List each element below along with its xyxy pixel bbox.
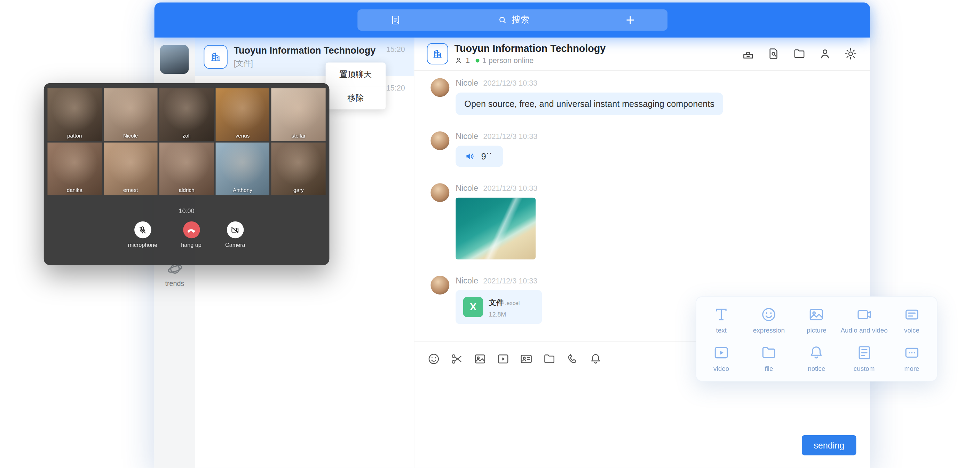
file-icon bbox=[760, 344, 778, 361]
hang-up-button[interactable]: hang up bbox=[181, 222, 201, 248]
call-icon[interactable] bbox=[566, 352, 579, 366]
settings-icon[interactable] bbox=[843, 47, 858, 61]
search-bar[interactable]: 搜索 + bbox=[357, 10, 667, 30]
sender-name: Nicole bbox=[455, 131, 478, 141]
control-label: Camera bbox=[225, 242, 245, 248]
search-history-icon[interactable] bbox=[767, 47, 781, 61]
member-count: 1 bbox=[466, 56, 470, 65]
feature-label: more bbox=[904, 364, 920, 372]
message-time: 2021/12/3 10:33 bbox=[483, 79, 537, 88]
notification-icon[interactable] bbox=[589, 352, 603, 366]
more-icon bbox=[903, 344, 921, 361]
contact-card-icon[interactable] bbox=[519, 352, 533, 366]
control-label: microphone bbox=[128, 242, 157, 248]
avatar[interactable] bbox=[431, 183, 449, 202]
search-icon bbox=[498, 15, 508, 25]
avatar[interactable] bbox=[431, 276, 449, 295]
sender-name: Nicole bbox=[455, 78, 478, 88]
search-field[interactable]: 搜索 bbox=[498, 14, 530, 26]
feature-voice[interactable]: voice bbox=[888, 301, 936, 339]
participant-name: patton bbox=[47, 133, 102, 139]
feature-panel: text expression picture Audio and video … bbox=[696, 296, 937, 381]
message-text: Nicole2021/12/3 10:33 Open source, free,… bbox=[431, 78, 870, 115]
menu-item-pin-chat[interactable]: 置顶聊天 bbox=[326, 63, 386, 86]
participant-name: ernest bbox=[103, 187, 158, 193]
search-label: 搜索 bbox=[512, 14, 529, 26]
members-icon bbox=[455, 56, 463, 64]
send-button[interactable]: sending bbox=[802, 435, 856, 455]
feature-label: text bbox=[716, 326, 726, 334]
feature-audio-video[interactable]: Audio and video bbox=[840, 301, 888, 339]
avatar[interactable] bbox=[431, 78, 449, 97]
feature-label: notice bbox=[808, 364, 825, 372]
desktop: 搜索 + trends Tuoyun Information Techno bbox=[0, 0, 980, 468]
feature-label: expression bbox=[753, 326, 785, 334]
feature-video[interactable]: video bbox=[697, 339, 745, 377]
announcement-icon[interactable] bbox=[741, 47, 755, 61]
message-input[interactable]: sending bbox=[414, 376, 870, 468]
call-controls: microphone hang up Camera bbox=[44, 222, 329, 248]
emoji-icon[interactable] bbox=[427, 352, 441, 366]
feature-text[interactable]: text bbox=[697, 301, 745, 339]
participant-tile: gary bbox=[272, 142, 326, 195]
participant-name: venus bbox=[215, 133, 270, 139]
camera-button[interactable]: Camera bbox=[225, 222, 245, 248]
camera-off-icon bbox=[230, 225, 240, 235]
feature-expression[interactable]: expression bbox=[745, 301, 793, 339]
audio-video-icon bbox=[856, 306, 873, 323]
online-status: 1 person online bbox=[482, 56, 533, 65]
avatar[interactable] bbox=[431, 131, 449, 150]
expression-icon bbox=[760, 306, 778, 323]
chat-header-info: Tuoyun Information Technology 1 1 person… bbox=[455, 43, 606, 65]
feature-file[interactable]: file bbox=[745, 339, 793, 377]
file-icon[interactable] bbox=[542, 352, 557, 366]
screenshot-icon[interactable] bbox=[450, 352, 464, 366]
group-avatar-icon bbox=[427, 43, 448, 64]
chat-panel: Tuoyun Information Technology 1 1 person… bbox=[414, 38, 870, 468]
sender-name: Nicole bbox=[455, 276, 478, 285]
microphone-button[interactable]: microphone bbox=[128, 222, 157, 248]
files-icon[interactable] bbox=[792, 47, 807, 61]
participant-name: stellar bbox=[272, 133, 326, 139]
feature-more[interactable]: more bbox=[888, 339, 936, 377]
message-voice: Nicole2021/12/3 10:33 9`` bbox=[431, 131, 870, 167]
chat-title: Tuoyun Information Technology bbox=[455, 43, 606, 54]
hang-up-icon bbox=[186, 225, 196, 235]
image-icon[interactable] bbox=[473, 352, 487, 366]
excel-file-icon: X bbox=[463, 297, 483, 317]
feature-picture[interactable]: picture bbox=[793, 301, 840, 339]
image-message-beach[interactable] bbox=[455, 198, 536, 260]
plus-icon[interactable]: + bbox=[626, 13, 635, 27]
voice-icon bbox=[903, 306, 921, 323]
message-image: Nicole2021/12/3 10:33 bbox=[431, 183, 870, 259]
message-time: 2021/12/3 10:33 bbox=[483, 184, 537, 193]
user-avatar[interactable] bbox=[160, 45, 189, 74]
chat-actions bbox=[741, 47, 858, 61]
file-ext: .excel bbox=[505, 300, 520, 307]
file-size: 12.8M bbox=[488, 311, 520, 318]
control-label: hang up bbox=[181, 242, 201, 248]
text-bubble: Open source, free, and universal instant… bbox=[455, 93, 723, 115]
participant-name: Nicole bbox=[103, 133, 158, 139]
voice-duration: 9`` bbox=[481, 152, 492, 161]
participant-tile: zoll bbox=[159, 88, 214, 141]
conversation-time: 15:20 bbox=[386, 84, 405, 93]
conversation-title: Tuoyun Information Technology bbox=[234, 45, 382, 56]
feature-label: file bbox=[765, 364, 773, 372]
participant-name: aldrich bbox=[159, 187, 214, 193]
menu-item-remove[interactable]: 移除 bbox=[326, 86, 386, 109]
feature-custom[interactable]: custom bbox=[840, 339, 888, 377]
voice-icon bbox=[464, 151, 476, 162]
participant-tile: aldrich bbox=[159, 142, 214, 195]
members-manage-icon[interactable] bbox=[818, 47, 832, 61]
file-card[interactable]: X 文件.excel 12.8M bbox=[455, 290, 542, 324]
video-icon[interactable] bbox=[496, 352, 510, 366]
message-time: 2021/12/3 10:33 bbox=[483, 132, 537, 141]
voice-bubble[interactable]: 9`` bbox=[455, 145, 503, 167]
topbar: 搜索 + bbox=[154, 2, 870, 38]
notes-icon[interactable] bbox=[390, 14, 401, 26]
chat-subtitle: 1 1 person online bbox=[455, 56, 606, 65]
feature-notice[interactable]: notice bbox=[793, 339, 840, 377]
picture-icon bbox=[808, 306, 825, 323]
participant-name: zoll bbox=[159, 133, 214, 139]
